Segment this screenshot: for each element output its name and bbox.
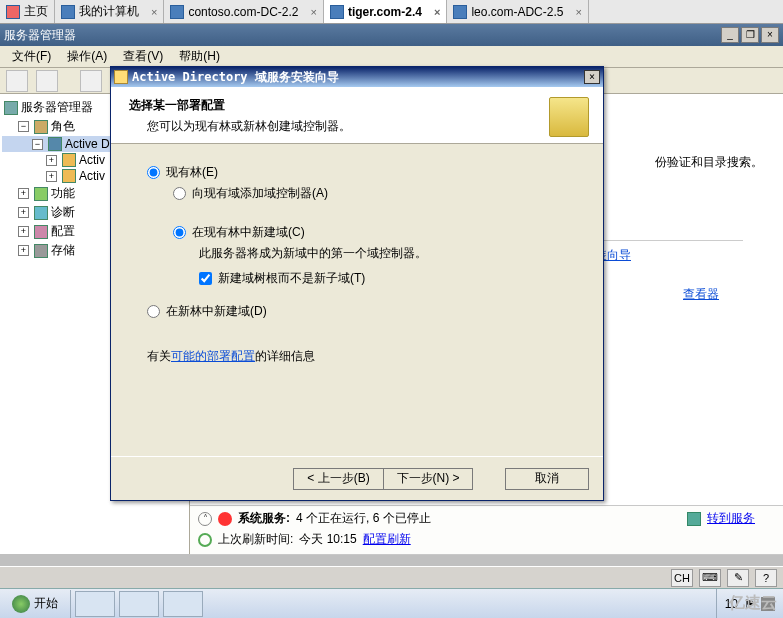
taskbar: 开始 10 ⚑: [0, 588, 783, 618]
expand-icon[interactable]: ˄: [198, 512, 212, 526]
close-icon[interactable]: ×: [310, 6, 316, 18]
collapse-icon[interactable]: −: [32, 139, 43, 150]
expand-icon[interactable]: +: [18, 245, 29, 256]
radio-new-domain[interactable]: [173, 226, 186, 239]
toolbar-button[interactable]: [80, 70, 102, 92]
tab-label: 主页: [24, 3, 48, 20]
storage-icon: [34, 244, 48, 258]
goto-services-link[interactable]: 转到服务: [707, 510, 755, 527]
start-button[interactable]: 开始: [0, 590, 71, 618]
menu-help[interactable]: 帮助(H): [173, 46, 226, 67]
wizard-close-button[interactable]: ×: [584, 70, 600, 84]
collapse-icon[interactable]: −: [18, 121, 29, 132]
vm-icon: [170, 5, 184, 19]
wizard-heading: 选择某一部署配置: [129, 97, 549, 114]
system-tray: 10 ⚑: [716, 589, 783, 618]
language-bar: CH ⌨ ✎ ?: [0, 566, 783, 588]
services-text: 4 个正在运行, 6 个已停止: [296, 510, 431, 527]
menu-ops[interactable]: 操作(A): [61, 46, 113, 67]
expand-icon[interactable]: +: [18, 188, 29, 199]
wizard-buttons: < 上一步(B) 下一步(N) > 取消: [111, 456, 603, 500]
nav-back-button[interactable]: [6, 70, 28, 92]
nav-fwd-button[interactable]: [36, 70, 58, 92]
minimize-button[interactable]: _: [721, 27, 739, 43]
wizard-titlebar[interactable]: Active Directory 域服务安装向导 ×: [111, 67, 603, 87]
flag-icon[interactable]: ⚑: [744, 597, 755, 611]
wizard-icon: [114, 70, 128, 84]
tab-label: leo.com-ADC-2.5: [471, 5, 563, 19]
wizard-title: Active Directory 域服务安装向导: [132, 69, 339, 86]
tray-icon[interactable]: [761, 597, 775, 611]
tab-home[interactable]: 主页: [0, 0, 55, 23]
error-icon: [218, 512, 232, 526]
deploy-config-link[interactable]: 可能的部署配置: [171, 349, 255, 363]
cancel-button[interactable]: 取消: [505, 468, 589, 490]
tab-leo[interactable]: leo.com-ADC-2.5 ×: [447, 0, 588, 23]
opt-existing-forest[interactable]: 现有林(E): [147, 164, 573, 181]
back-button[interactable]: < 上一步(B): [293, 468, 383, 490]
vm-icon: [453, 5, 467, 19]
radio-add-dc[interactable]: [173, 187, 186, 200]
expand-icon[interactable]: +: [18, 207, 29, 218]
tab-computer[interactable]: 我的计算机 ×: [55, 0, 164, 23]
tab-contoso[interactable]: contoso.com-DC-2.2 ×: [164, 0, 323, 23]
vm-icon: [330, 5, 344, 19]
wizard-subheading: 您可以为现有林或新林创建域控制器。: [147, 118, 549, 135]
taskbar-item[interactable]: [75, 591, 115, 617]
close-button[interactable]: ×: [761, 27, 779, 43]
services-label: 系统服务:: [238, 510, 290, 527]
opt-root-tree[interactable]: 新建域树根而不是新子域(T): [199, 270, 573, 287]
opt-add-dc[interactable]: 向现有域添加域控制器(A): [173, 185, 573, 202]
ad-wizard-dialog: Active Directory 域服务安装向导 × 选择某一部署配置 您可以为…: [110, 66, 604, 501]
expand-icon[interactable]: +: [46, 171, 57, 182]
radio-existing-forest[interactable]: [147, 166, 160, 179]
ad-icon: [48, 137, 62, 151]
refresh-icon: [198, 533, 212, 547]
viewer-link[interactable]: 查看器: [683, 287, 719, 301]
window-title: 服务器管理器: [4, 27, 76, 44]
ime-icon[interactable]: ⌨: [699, 569, 721, 587]
deploy-link-line: 有关可能的部署配置的详细信息: [147, 348, 573, 365]
new-domain-desc: 此服务器将成为新域中的第一个域控制器。: [199, 245, 573, 262]
next-button[interactable]: 下一步(N) >: [383, 468, 473, 490]
home-icon: [6, 5, 20, 19]
menubar: 文件(F) 操作(A) 查看(V) 帮助(H): [0, 46, 783, 68]
checkbox-root-tree[interactable]: [199, 272, 212, 285]
close-icon[interactable]: ×: [151, 6, 157, 18]
services-icon: [687, 512, 701, 526]
features-icon: [34, 187, 48, 201]
folder-icon: [62, 169, 76, 183]
tab-label: 我的计算机: [79, 3, 139, 20]
menu-file[interactable]: 文件(F): [6, 46, 57, 67]
tab-label: contoso.com-DC-2.2: [188, 5, 298, 19]
taskbar-item[interactable]: [119, 591, 159, 617]
radio-new-forest[interactable]: [147, 305, 160, 318]
vm-tabs: 主页 我的计算机 × contoso.com-DC-2.2 × tiger.co…: [0, 0, 783, 24]
ime-option-icon[interactable]: ✎: [727, 569, 749, 587]
refresh-time: 今天 10:15: [299, 531, 356, 548]
close-icon[interactable]: ×: [575, 6, 581, 18]
opt-new-domain[interactable]: 在现有林中新建域(C): [173, 224, 573, 241]
opt-new-forest[interactable]: 在新林中新建域(D): [147, 303, 573, 320]
wizard-header: 选择某一部署配置 您可以为现有林或新林创建域控制器。: [111, 87, 603, 144]
content-text: 份验证和目录搜索。: [655, 154, 763, 171]
taskbar-item[interactable]: [163, 591, 203, 617]
menu-view[interactable]: 查看(V): [117, 46, 169, 67]
status-strip: ˄ 系统服务: 4 个正在运行, 6 个已停止 转到服务 上次刷新时间: 今天 …: [190, 505, 783, 555]
folder-icon: [62, 153, 76, 167]
maximize-button[interactable]: ❐: [741, 27, 759, 43]
time-text: 10: [725, 597, 738, 611]
start-orb-icon: [12, 595, 30, 613]
close-icon[interactable]: ×: [434, 6, 440, 18]
computer-icon: [61, 5, 75, 19]
server-icon: [4, 101, 18, 115]
tab-label: tiger.com-2.4: [348, 5, 422, 19]
tab-tiger[interactable]: tiger.com-2.4 ×: [324, 0, 447, 23]
expand-icon[interactable]: +: [18, 226, 29, 237]
lang-ch[interactable]: CH: [671, 569, 693, 587]
config-refresh-link[interactable]: 配置刷新: [363, 531, 411, 548]
expand-icon[interactable]: +: [46, 155, 57, 166]
book-icon: [549, 97, 589, 137]
wizard-body: 现有林(E) 向现有域添加域控制器(A) 在现有林中新建域(C) 此服务器将成为…: [111, 144, 603, 456]
ime-help-icon[interactable]: ?: [755, 569, 777, 587]
